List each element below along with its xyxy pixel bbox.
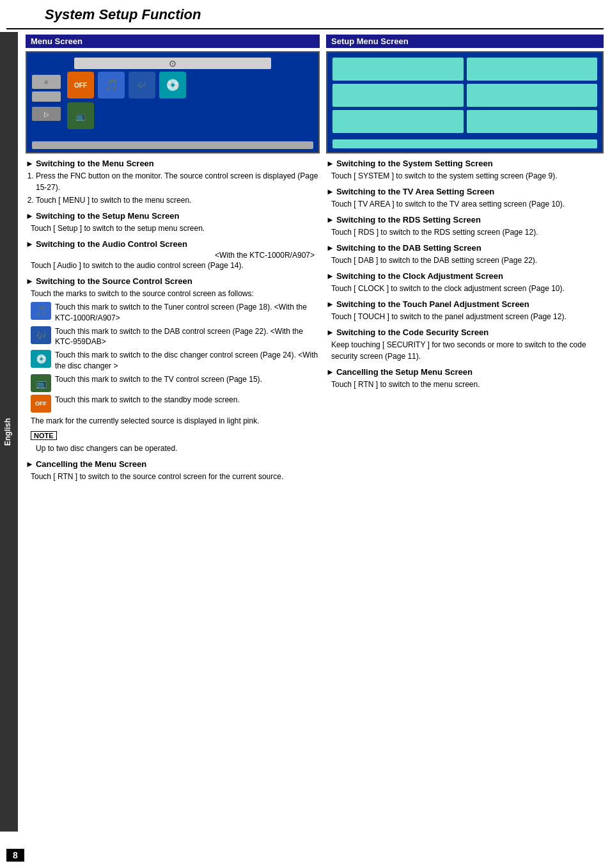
disc-icon-thumb: 💿 bbox=[31, 350, 51, 368]
icon-list-item-off: OFF Touch this mark to switch to the sta… bbox=[31, 395, 320, 413]
setup-btn-2 bbox=[467, 58, 598, 81]
note-text: The mark for the currently selected sour… bbox=[31, 415, 320, 427]
setup-btn-6 bbox=[467, 110, 598, 133]
mockup-tuner-btn: 🎵 bbox=[98, 72, 125, 99]
setup-btn-1 bbox=[332, 58, 464, 81]
page-container: English System Setup Function Menu Scree… bbox=[0, 0, 610, 868]
tuner-icon-text: Touch this mark to switch to the Tuner c… bbox=[55, 302, 320, 324]
right-item-body-5: Touch [ TOUCH ] to switch to the panel a… bbox=[331, 311, 604, 322]
right-item-body-6: Keep touching [ SECURITY ] for two secon… bbox=[331, 339, 604, 362]
step-2: Touch [ MENU ] to switch to the menu scr… bbox=[36, 194, 320, 206]
mockup-disc-btn: 💿 bbox=[159, 72, 186, 99]
right-item-body-2: Touch [ RDS ] to switch to the RDS setti… bbox=[331, 226, 604, 238]
mockup-left-item-1: ≡ bbox=[32, 75, 61, 89]
mockup-tv-btn: 📺 bbox=[67, 102, 94, 129]
setup-btn-4 bbox=[467, 84, 598, 107]
tuner-icon-thumb: 🎵 bbox=[31, 302, 51, 320]
right-item-body-3: Touch [ DAB ] to switch to the DAB setti… bbox=[331, 255, 604, 266]
setup-bottom-bar bbox=[332, 139, 597, 148]
cancelling-menu-body: Touch [ RTN ] to switch to the source co… bbox=[31, 471, 320, 482]
switching-setup-body: Touch [ Setup ] to switch to the setup m… bbox=[31, 223, 320, 234]
icon-list-item-dab: 🎶 Touch this mark to switch to the DAB c… bbox=[31, 326, 320, 348]
tv-icon-text: Touch this mark to switch to the TV cont… bbox=[55, 374, 262, 385]
switching-source-body: Touch the marks to switch to the source … bbox=[31, 288, 320, 299]
right-item-body-1: Touch [ TV AREA ] to switch to the TV ar… bbox=[331, 198, 604, 210]
right-item-title-4: ► Switching to the Clock Adjustment Scre… bbox=[326, 271, 604, 281]
right-item-title-6: ► Switching to the Code Security Screen bbox=[326, 327, 604, 337]
right-item-title-2: ► Switching to the RDS Setting Screen bbox=[326, 215, 604, 225]
switching-menu-steps: Press the FNC button on the monitor. The… bbox=[36, 170, 320, 206]
note-label: NOTE bbox=[31, 431, 57, 440]
right-item-title-7: ► Cancelling the Setup Menu Screen bbox=[326, 367, 604, 377]
cancelling-menu-title: ► Cancelling the Menu Screen bbox=[26, 459, 320, 469]
right-item-body-7: Touch [ RTN ] to switch to the menu scre… bbox=[331, 379, 604, 390]
icon-list-item-disc: 💿 Touch this mark to switch to the disc … bbox=[31, 350, 320, 372]
main-content: Menu Screen ⊙ ≡ ▷ OFF 🎵 bbox=[26, 35, 604, 485]
right-item-title-0: ► Switching to the System Setting Screen bbox=[326, 159, 604, 168]
menu-screen-header: Menu Screen bbox=[26, 35, 320, 48]
right-item-body-0: Touch [ SYSTEM ] to switch to the system… bbox=[331, 170, 604, 182]
mockup-top-bar: ⊙ bbox=[74, 58, 271, 69]
audio-subtitle: <With the KTC-1000R/A907> bbox=[26, 251, 315, 260]
dab-icon-thumb: 🎶 bbox=[31, 326, 51, 344]
mockup-bottom-bar bbox=[32, 141, 313, 149]
mockup-second-row: 📺 bbox=[67, 102, 313, 129]
mockup-dab-btn: 🎶 bbox=[129, 72, 155, 99]
sidebar-label: English bbox=[0, 32, 18, 832]
page-number: 8 bbox=[6, 849, 24, 862]
right-items: ► Switching to the System Setting Screen… bbox=[326, 159, 604, 390]
off-icon-thumb: OFF bbox=[31, 395, 51, 413]
mockup-off-btn: OFF bbox=[67, 72, 94, 99]
disc-icon-text: Touch this mark to switch to the disc ch… bbox=[55, 350, 320, 372]
title-divider bbox=[6, 28, 604, 29]
off-icon-text: Touch this mark to switch to the standby… bbox=[55, 395, 240, 406]
right-item-title-1: ► Switching to the TV Area Setting Scree… bbox=[326, 187, 604, 196]
icon-list-item-tuner: 🎵 Touch this mark to switch to the Tuner… bbox=[31, 302, 320, 324]
setup-btn-5 bbox=[332, 110, 464, 133]
mockup-left-item-2 bbox=[32, 91, 61, 102]
switching-menu-title: ► Switching to the Menu Screen bbox=[26, 159, 320, 168]
dab-icon-text: Touch this mark to switch to the DAB con… bbox=[55, 326, 320, 348]
mockup-left-item-3: ▷ bbox=[32, 107, 61, 121]
page-title: System Setup Function bbox=[6, 6, 604, 23]
icon-list: 🎵 Touch this mark to switch to the Tuner… bbox=[31, 302, 320, 413]
menu-screen-mockup: ⊙ ≡ ▷ OFF 🎵 🎶 💿 bbox=[26, 51, 320, 154]
mockup-top-icon: ⊙ bbox=[169, 58, 176, 68]
setup-screen-mockup bbox=[326, 51, 604, 154]
mockup-icons-row: OFF 🎵 🎶 💿 bbox=[67, 72, 313, 99]
right-item-body-4: Touch [ CLOCK ] to switch to the clock a… bbox=[331, 283, 604, 294]
switching-source-title: ► Switching to the Source Control Screen bbox=[26, 276, 320, 286]
right-item-title-5: ► Switching to the Touch Panel Adjustmen… bbox=[326, 299, 604, 309]
step-1: Press the FNC button on the monitor. The… bbox=[36, 170, 320, 193]
left-column: Menu Screen ⊙ ≡ ▷ OFF 🎵 bbox=[26, 35, 320, 485]
note-body: Up to two disc changers can be operated. bbox=[36, 443, 320, 454]
right-column: Setup Menu Screen ► Switching to the Sys… bbox=[326, 35, 604, 485]
switching-audio-title: ► Switching to the Audio Control Screen bbox=[26, 239, 320, 249]
tv-icon-thumb: 📺 bbox=[31, 374, 51, 392]
switching-audio-body: Touch [ Audio ] to switch to the audio c… bbox=[31, 260, 320, 271]
setup-btn-3 bbox=[332, 84, 464, 107]
icon-list-item-tv: 📺 Touch this mark to switch to the TV co… bbox=[31, 374, 320, 392]
switching-setup-title: ► Switching to the Setup Menu Screen bbox=[26, 211, 320, 221]
right-item-title-3: ► Switching to the DAB Setting Screen bbox=[326, 243, 604, 253]
setup-screen-header: Setup Menu Screen bbox=[326, 35, 604, 48]
